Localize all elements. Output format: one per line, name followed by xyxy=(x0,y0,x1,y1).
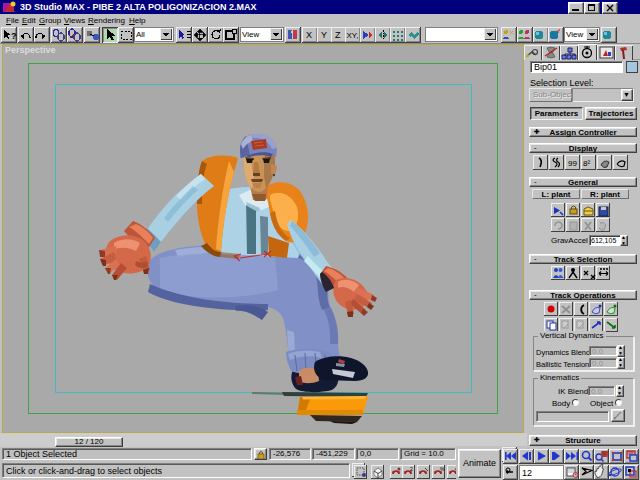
svg-text:8²: 8² xyxy=(583,159,590,168)
svg-text:XY,: XY, xyxy=(347,31,359,40)
svg-text:?: ? xyxy=(11,31,17,41)
svg-text:99: 99 xyxy=(568,159,577,168)
svg-text:12: 12 xyxy=(522,468,532,478)
svg-text:Y: Y xyxy=(321,30,327,40)
svg-text:All: All xyxy=(136,30,145,39)
svg-text:2: 2 xyxy=(410,466,413,472)
svg-text:X: X xyxy=(306,30,312,40)
svg-text:%: % xyxy=(440,466,445,472)
svg-text:Z: Z xyxy=(335,30,341,40)
svg-text:View: View xyxy=(242,30,259,39)
svg-text:View: View xyxy=(566,30,583,39)
